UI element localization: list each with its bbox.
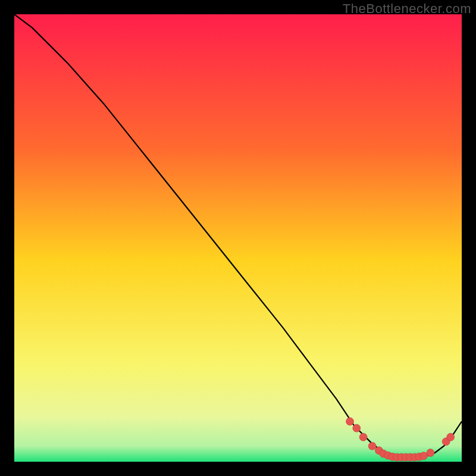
- curve-marker: [359, 433, 367, 441]
- curve-marker: [346, 418, 354, 425]
- curve-marker: [427, 449, 434, 457]
- watermark-label: TheBottlenecker.com: [343, 1, 471, 17]
- gradient-background: [14, 14, 462, 462]
- curve-marker: [447, 433, 455, 441]
- curve-marker: [353, 424, 361, 432]
- chart-svg: [14, 14, 462, 462]
- curve-marker: [368, 442, 376, 450]
- plot-area: [14, 14, 462, 462]
- chart-frame: TheBottlenecker.com: [0, 0, 476, 476]
